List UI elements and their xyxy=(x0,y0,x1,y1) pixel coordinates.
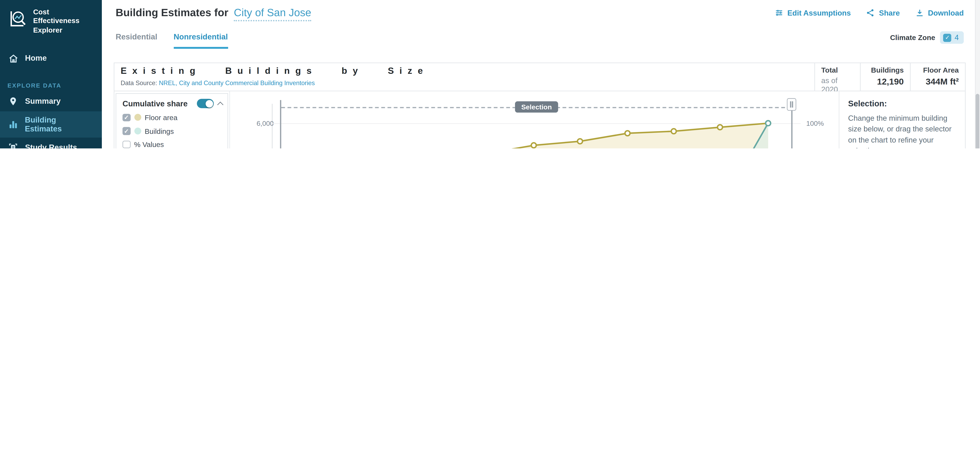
collapse-chevron-icon[interactable] xyxy=(217,101,223,108)
main-content: Building Estimates for City of San Jose … xyxy=(102,0,980,148)
edit-assumptions-button[interactable]: Edit Assumptions xyxy=(774,8,851,18)
sidebar-item-summary[interactable]: Summary xyxy=(0,91,102,112)
filter-item-buildings[interactable]: Buildings xyxy=(116,124,228,138)
filter-item-label: Floor area xyxy=(145,114,177,121)
tab-residential[interactable]: Residential xyxy=(116,33,157,49)
climate-zone-value: 4 xyxy=(955,33,959,42)
page-header: Building Estimates for City of San Jose … xyxy=(102,0,980,27)
filter-item-label: % Values xyxy=(134,141,164,148)
sidebar-item-label: Building Estimates xyxy=(25,116,94,134)
tab-nonresidential[interactable]: Nonresidential xyxy=(173,33,228,49)
filter-item-values[interactable]: % Values xyxy=(116,138,228,148)
action-label: Download xyxy=(928,8,964,17)
sidebar-item-study-results[interactable]: Study Results xyxy=(0,138,102,148)
svg-lines xyxy=(230,91,839,148)
sidebar-item-label: Home xyxy=(25,54,47,62)
selection-label[interactable]: Selection xyxy=(515,101,558,113)
sidebar-item-label: Study Results xyxy=(25,143,77,148)
climate-zone: Climate Zone ✓ 4 xyxy=(890,31,964,44)
filter-group-cumulative-share: Cumulative shareFloor areaBuildings% Val… xyxy=(116,93,228,148)
chart-card: Existing Buildings by Size Data Source: … xyxy=(114,62,966,148)
sliders-icon xyxy=(774,8,784,18)
page-title-prefix: Building Estimates for xyxy=(116,7,228,19)
sidebar-nav: HomeEXPLORE DATASummaryBuilding Estimate… xyxy=(0,35,102,148)
tabs-row: ResidentialNonresidential Climate Zone ✓… xyxy=(102,27,980,54)
climate-zone-label: Climate Zone xyxy=(890,34,935,41)
checkbox[interactable] xyxy=(123,127,130,135)
filter-item-label: Buildings xyxy=(145,128,174,135)
chart-canvas: Number of Buildings Individual Building … xyxy=(230,91,839,148)
data-source-link[interactable]: NREL, City and County Commercial Buildin… xyxy=(159,80,315,86)
filter-item-floor-area[interactable]: Floor area xyxy=(116,111,228,124)
header-actions: Edit AssumptionsShareDownload xyxy=(774,8,964,18)
share-icon xyxy=(866,8,875,18)
selection-help-text: Change the minimum building size below, … xyxy=(848,113,955,148)
jurisdiction-link[interactable]: City of San Jose xyxy=(234,7,311,21)
sidebar-section-explore-data: EXPLORE DATA xyxy=(8,82,94,89)
legend-swatch xyxy=(134,114,141,121)
filter-group-title: Cumulative share xyxy=(123,99,197,108)
action-label: Edit Assumptions xyxy=(788,8,851,17)
page-title: Building Estimates for City of San Jose xyxy=(116,7,311,19)
action-label: Share xyxy=(879,8,900,17)
total-floor-area: Floor Area344M ft² xyxy=(910,63,965,91)
selection-drag-grip[interactable] xyxy=(787,98,796,111)
app-window: Cost EffectivenessExplorer HomeEXPLORE D… xyxy=(0,0,980,148)
sidebar: Cost EffectivenessExplorer HomeEXPLORE D… xyxy=(0,0,102,148)
toggle-cumulative-share[interactable] xyxy=(197,99,214,108)
total-total: Totalas of 2020 xyxy=(814,63,860,91)
chart-card-header: Existing Buildings by Size Data Source: … xyxy=(115,63,965,91)
bar-chart-icon xyxy=(8,119,19,130)
chart-filters: Cumulative shareFloor areaBuildings% Val… xyxy=(115,91,230,148)
checkbox[interactable] xyxy=(123,114,130,121)
chart-area: Number of Buildings Individual Building … xyxy=(230,91,839,148)
chart-card-body: Cumulative shareFloor areaBuildings% Val… xyxy=(115,91,965,148)
sidebar-item-label: Summary xyxy=(25,97,60,106)
study-results-icon xyxy=(8,142,19,148)
app-title: Cost EffectivenessExplorer xyxy=(33,8,95,34)
home-icon xyxy=(8,53,19,64)
checkbox[interactable] xyxy=(123,141,130,148)
selection-heading: Selection: xyxy=(848,99,955,108)
totals-strip: Totalas of 2020Buildings12,190Floor Area… xyxy=(814,63,965,91)
tabs: ResidentialNonresidential xyxy=(116,33,228,49)
data-source: Data Source: NREL, City and County Comme… xyxy=(121,80,315,86)
legend-swatch xyxy=(134,128,141,134)
total-buildings: Buildings12,190 xyxy=(860,63,910,91)
sidebar-item-building-estimates[interactable]: Building Estimates xyxy=(0,112,102,138)
scrollbar-thumb[interactable] xyxy=(975,94,979,148)
climate-zone-pill[interactable]: ✓ 4 xyxy=(940,31,964,44)
pin-icon xyxy=(8,96,19,107)
climate-zone-checkbox[interactable]: ✓ xyxy=(943,33,951,41)
download-icon xyxy=(915,8,924,18)
chart-title: Existing Buildings by Size xyxy=(121,66,428,76)
page-scrollbar[interactable] xyxy=(975,0,980,148)
sidebar-item-home[interactable]: Home xyxy=(0,48,102,69)
logo-magnifier-chart-icon xyxy=(8,8,29,32)
download-button[interactable]: Download xyxy=(915,8,964,18)
selection-panel: Selection: Change the minimum building s… xyxy=(839,91,965,148)
share-button[interactable]: Share xyxy=(866,8,900,18)
app-logo[interactable]: Cost EffectivenessExplorer xyxy=(0,0,102,35)
